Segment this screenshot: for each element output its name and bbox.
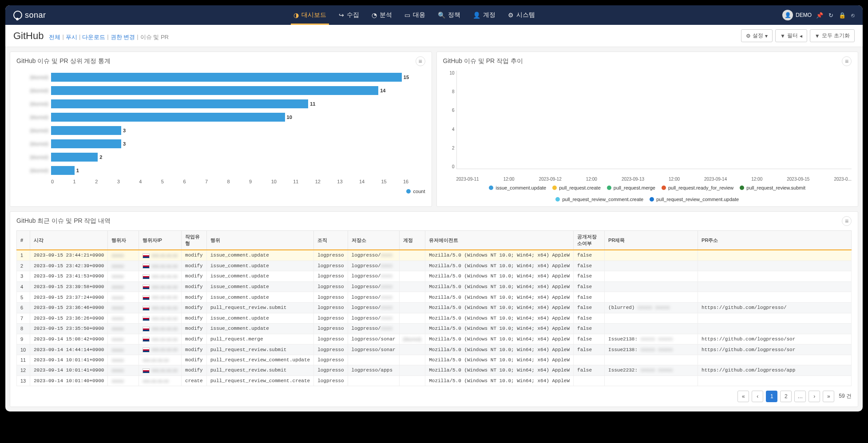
table-header[interactable]: 공개저장소여부 — [574, 231, 605, 250]
bar-fill — [51, 86, 378, 95]
panel-title: GitHub 이슈 및 PR 작업 추이 — [443, 57, 523, 65]
gear-icon: ⚙ — [746, 33, 751, 39]
tab-0[interactable]: 전체 — [49, 33, 60, 41]
tab-3[interactable]: 권한 변경 — [111, 33, 135, 41]
bar-value: 3 — [123, 141, 126, 146]
page-first-button[interactable]: « — [737, 391, 749, 402]
table-header[interactable]: 유저에이전트 — [425, 231, 574, 250]
table-header[interactable]: 시각 — [30, 231, 108, 250]
sync-icon[interactable]: ↻ — [828, 12, 833, 19]
bar-fill — [51, 126, 121, 135]
legend-item[interactable]: pull_request.merge — [607, 185, 655, 190]
table-row[interactable]: 112023-09-14 10:01:41+0900xxxxxxxx.xx.xx… — [17, 355, 852, 365]
flag-icon — [143, 274, 150, 279]
nav-item-4[interactable]: 🔍정책 — [438, 5, 460, 25]
bar-fill — [51, 166, 75, 175]
bar-fill — [51, 153, 98, 162]
lock-icon[interactable]: 🔒 — [839, 12, 846, 19]
nav-label: 대시보드 — [301, 11, 326, 19]
table-header[interactable]: 작업유형 — [182, 231, 207, 250]
table-row[interactable]: 12023-09-15 23:44:21+0900xxxxxxxx.xx.xx.… — [17, 250, 852, 261]
table-row[interactable]: 132023-09-14 10:01:40+0900xxxxxxxx.xx.xx… — [17, 376, 852, 386]
flag-icon — [143, 337, 150, 342]
brand-name: sonar — [25, 11, 46, 20]
table-row[interactable]: 22023-09-15 23:42:39+0900xxxxxxxx.xx.xx.… — [17, 261, 852, 271]
flag-icon — [143, 295, 150, 300]
filter-button[interactable]: ▼필터◂ — [775, 29, 807, 42]
legend-item[interactable]: issue_comment.update — [489, 185, 546, 190]
sub-header: GitHub 전체 | 푸시 | 다운로드 | 권한 변경 | 이슈 및 PR … — [5, 25, 863, 47]
table-row[interactable]: 32023-09-15 23:41:53+0900xxxxxxxx.xx.xx.… — [17, 271, 852, 282]
panel-recent-tasks: GitHub 최근 이슈 및 PR 작업 내역 ≡ #시각행위자행위자IP작업유… — [10, 211, 858, 407]
nav-icon: ◔ — [372, 12, 377, 19]
pushpin-icon[interactable]: 📌 — [816, 12, 823, 19]
table-row[interactable]: 72023-09-15 23:36:26+0900xxxxxxxx.xx.xx.… — [17, 313, 852, 324]
flag-icon — [143, 253, 150, 258]
nav-icon: 🔍 — [438, 12, 445, 19]
nav-item-2[interactable]: ◔분석 — [372, 5, 392, 25]
nav-item-6[interactable]: ⚙시스템 — [508, 5, 535, 25]
reset-all-button[interactable]: ▼모두 초기화 — [810, 29, 855, 42]
table-header[interactable]: PR제목 — [605, 231, 698, 250]
bar-label: (blurred) — [16, 88, 48, 93]
page-next-button[interactable]: › — [809, 391, 820, 402]
nav-icon: ↪ — [339, 12, 344, 19]
page-number-button[interactable]: 1 — [766, 391, 777, 402]
nav-label: 수집 — [347, 11, 359, 19]
legend-item[interactable]: pull_request_review.submit — [740, 185, 805, 190]
panel-trend: GitHub 이슈 및 PR 작업 추이 ≡ 1086420 2023-09-1… — [436, 51, 859, 207]
page-more-button[interactable]: … — [794, 391, 806, 402]
user-badge[interactable]: 👤 DEMO — [782, 10, 812, 20]
panel-menu-icon[interactable]: ≡ — [842, 56, 852, 66]
tab-4[interactable]: 이슈 및 PR — [140, 33, 169, 41]
nav-item-1[interactable]: ↪수집 — [339, 5, 359, 25]
table-header[interactable]: 저장소 — [348, 231, 399, 250]
bar-value: 10 — [287, 115, 292, 120]
table-header[interactable]: 조직 — [314, 231, 348, 250]
page-number-button[interactable]: 2 — [780, 391, 792, 402]
nav-icon: 👤 — [473, 12, 480, 19]
bar-value: 2 — [99, 154, 102, 160]
table-row[interactable]: 62023-09-15 23:36:46+0900xxxxxxxx.xx.xx.… — [17, 302, 852, 313]
table-header[interactable]: 행위자 — [108, 231, 139, 250]
tasks-table: #시각행위자행위자IP작업유형행위조직저장소계정유저에이전트공개저장소여부PR제… — [16, 230, 852, 386]
nav-right: 👤 DEMO 📌 ↻ 🔒 ⎋ — [782, 10, 855, 20]
panel-menu-icon[interactable]: ≡ — [842, 216, 852, 226]
nav-label: 대응 — [413, 11, 425, 19]
table-row[interactable]: 102023-09-14 14:44:14+0900xxxxxxxx.xx.xx… — [17, 344, 852, 355]
legend-item[interactable]: pull_request_review_comment.create — [555, 197, 643, 202]
table-row[interactable]: 82023-09-15 23:35:50+0900xxxxxxxx.xx.xx.… — [17, 324, 852, 334]
settings-button[interactable]: ⚙설정▾ — [741, 29, 773, 42]
legend-item[interactable]: pull_request.ready_for_review — [662, 185, 733, 190]
table-row[interactable]: 122023-09-14 10:01:41+0900xxxxxxxx.xx.xx… — [17, 365, 852, 376]
nav-icon: ▭ — [404, 12, 410, 19]
legend-item[interactable]: pull_request.create — [552, 185, 601, 190]
filter-icon: ▼ — [780, 33, 785, 39]
table-row[interactable]: 42023-09-15 23:39:58+0900xxxxxxxx.xx.xx.… — [17, 281, 852, 292]
bar-value: 11 — [310, 101, 315, 107]
nav-item-5[interactable]: 👤계정 — [473, 5, 495, 25]
flag-icon — [143, 327, 150, 332]
table-header[interactable]: PR주소 — [698, 231, 852, 250]
table-header[interactable]: # — [17, 231, 30, 250]
table-header[interactable]: 행위 — [206, 231, 313, 250]
flag-icon — [143, 348, 150, 352]
panel-menu-icon[interactable]: ≡ — [416, 56, 425, 66]
bar-fill — [51, 99, 308, 108]
bar-label: (blurred) — [16, 101, 48, 107]
tab-2[interactable]: 다운로드 — [82, 33, 105, 41]
logout-icon[interactable]: ⎋ — [851, 12, 855, 19]
table-row[interactable]: 52023-09-15 23:37:24+0900xxxxxxxx.xx.xx.… — [17, 292, 852, 303]
page-last-button[interactable]: » — [823, 391, 834, 402]
table-header[interactable]: 계정 — [399, 231, 425, 250]
nav-item-0[interactable]: ◑대시보드 — [293, 5, 326, 25]
legend-item[interactable]: pull_request_review_comment.update — [650, 197, 739, 202]
table-row[interactable]: 92023-09-14 15:08:42+0900xxxxxxxx.xx.xx.… — [17, 334, 852, 344]
table-header[interactable]: 행위자IP — [139, 231, 182, 250]
tab-1[interactable]: 푸시 — [66, 33, 77, 41]
bar-value: 1 — [76, 168, 79, 173]
nav-item-3[interactable]: ▭대응 — [404, 5, 425, 25]
page-prev-button[interactable]: ‹ — [752, 391, 763, 402]
caret-down-icon: ▾ — [765, 33, 768, 39]
bar-label: (blurred) — [16, 115, 48, 120]
